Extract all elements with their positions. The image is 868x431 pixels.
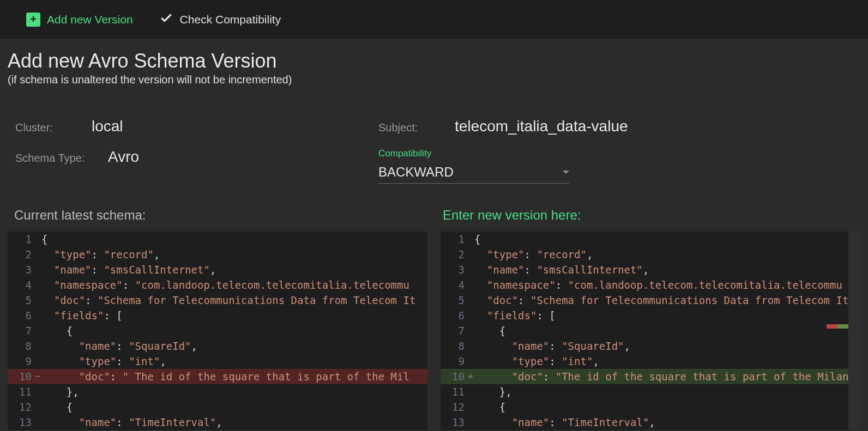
toolbar: + Add new Version Check Compatibility: [0, 0, 868, 39]
code-line: 3 "name": "smsCallInternet",: [8, 262, 427, 277]
code-line: 8 "name": "SquareId",: [441, 338, 860, 354]
code-line: 13 "name": "TimeInterval",: [441, 415, 860, 430]
page-subtitle: (if schema is unaltered the version will…: [8, 74, 860, 86]
check-compat-label: Check Compatibility: [180, 13, 281, 26]
code-line: 8 "name": "SquareId",: [8, 338, 427, 354]
editors: 1{2 "type": "record",3 "name": "smsCallI…: [0, 229, 868, 430]
check-icon: [159, 11, 173, 28]
current-schema-title: Current latest schema:: [14, 208, 427, 223]
code-line: 4 "namespace": "com.landoop.telecom.tele…: [441, 277, 860, 293]
code-line: 1{: [441, 232, 860, 247]
code-line: 9 "type": "int",: [8, 354, 427, 369]
page-title: Add new Avro Schema Version: [8, 50, 860, 72]
code-line: 7 {: [8, 323, 427, 338]
code-line: 11 },: [8, 384, 427, 399]
new-schema-editor[interactable]: 1{2 "type": "record",3 "name": "smsCallI…: [441, 232, 860, 430]
chevron-down-icon: [563, 171, 569, 174]
code-line: 2 "type": "record",: [8, 247, 427, 262]
cluster-value: local: [92, 118, 123, 135]
compat-label: Compatibility: [378, 148, 853, 159]
current-schema-editor[interactable]: 1{2 "type": "record",3 "name": "smsCallI…: [8, 232, 427, 430]
plus-icon: +: [26, 13, 40, 27]
new-schema-title: Enter new version here:: [441, 208, 854, 223]
subject-row: Subject: telecom_italia_data-value: [378, 118, 853, 135]
subject-value: telecom_italia_data-value: [455, 118, 628, 135]
code-line: 10+ "doc": "The id of the square that is…: [441, 369, 860, 384]
cluster-label: Cluster:: [15, 122, 70, 134]
code-line: 7 {: [441, 323, 860, 338]
code-line: 13 "name": "TimeInterval",: [8, 415, 427, 430]
minimap[interactable]: [821, 232, 848, 430]
meta-section: Cluster: local Subject: telecom_italia_d…: [0, 90, 868, 195]
code-line: 9 "type": "int",: [441, 354, 860, 369]
schema-type-value: Avro: [108, 148, 139, 166]
compat-block: Compatibility BACKWARD: [378, 148, 853, 184]
schema-type-label: Schema Type:: [15, 152, 86, 165]
add-version-button[interactable]: + Add new Version: [26, 13, 133, 27]
check-compat-button[interactable]: Check Compatibility: [159, 11, 281, 28]
panels-header: Current latest schema: Enter new version…: [0, 195, 868, 229]
code-line: 1{: [8, 232, 427, 247]
code-line: 12 {: [441, 399, 860, 415]
code-line: 3 "name": "smsCallInternet",: [441, 262, 860, 277]
code-line: 5 "doc": "Schema for Telecommunications …: [441, 293, 860, 308]
code-line: 4 "namespace": "com.landoop.telecom.tele…: [8, 277, 427, 293]
code-line: 5 "doc": "Schema for Telecommunications …: [8, 293, 427, 308]
cluster-row: Cluster: local: [15, 118, 370, 135]
subject-label: Subject:: [378, 122, 433, 134]
compat-select[interactable]: BACKWARD: [378, 161, 569, 184]
add-version-label: Add new Version: [47, 13, 133, 26]
code-line: 6 "fields": [: [8, 308, 427, 323]
code-line: 11 },: [441, 384, 860, 399]
code-line: 6 "fields": [: [441, 308, 860, 323]
schema-type-row: Schema Type: Avro: [15, 148, 370, 184]
compat-value: BACKWARD: [378, 165, 454, 180]
scrollbar[interactable]: [848, 232, 860, 430]
code-line: 12 {: [8, 399, 427, 415]
code-line: 10− "doc": " The id of the square that i…: [8, 369, 427, 384]
page-header: Add new Avro Schema Version (if schema i…: [0, 39, 868, 90]
code-line: 2 "type": "record",: [441, 247, 860, 262]
